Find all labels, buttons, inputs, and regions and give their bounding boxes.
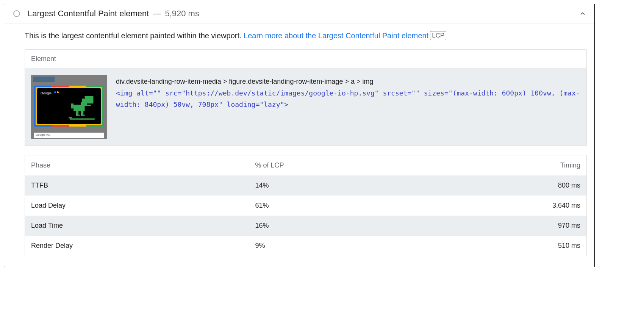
svg-rect-7 (71, 103, 74, 108)
svg-rect-3 (83, 97, 84, 99)
col-timing: Timing (419, 155, 586, 176)
audit-separator: — (153, 9, 161, 19)
table-row: Load Time 16% 970 ms (25, 216, 587, 236)
element-selector: div.devsite-landing-row-item-media > fig… (116, 76, 580, 88)
svg-rect-11 (83, 115, 84, 116)
audit-title: Largest Contentful Paint element (28, 9, 149, 19)
svg-rect-6 (73, 105, 84, 111)
svg-rect-8 (76, 111, 79, 116)
learn-more-link[interactable]: Learn more about the Largest Contentful … (244, 31, 428, 40)
svg-rect-2 (85, 96, 86, 97)
chevron-up-icon[interactable] (578, 9, 587, 18)
dino-icon (69, 94, 96, 121)
svg-rect-9 (81, 111, 84, 116)
audit-header[interactable]: Largest Contentful Paint element — 5,920… (4, 4, 594, 23)
col-pct: % of LCP (249, 155, 419, 176)
element-text-block: div.devsite-landing-row-item-media > fig… (116, 75, 580, 111)
phase-pct: 61% (249, 196, 419, 216)
phase-pct: 9% (249, 236, 419, 256)
phase-timing: 800 ms (419, 175, 586, 196)
phase-pct: 16% (249, 216, 419, 236)
col-phase: Phase (25, 155, 249, 176)
table-row: Render Delay 9% 510 ms (25, 236, 587, 256)
phase-timing: 510 ms (419, 236, 586, 256)
phase-timing: 3,640 ms (419, 196, 586, 216)
lcp-audit-panel: Largest Contentful Paint element — 5,920… (4, 4, 595, 267)
table-row: Load Delay 61% 3,640 ms (25, 196, 587, 216)
svg-rect-5 (87, 105, 91, 106)
lcp-badge: LCP (430, 31, 446, 40)
element-html-snippet: <img alt="" src="https://web.dev/static/… (116, 88, 580, 111)
phase-timing: 970 ms (419, 216, 586, 236)
phases-table: Phase % of LCP Timing TTFB 14% 800 ms Lo… (25, 155, 587, 256)
phase-name: Load Delay (25, 196, 249, 216)
thumb-caption: Google I/O (34, 133, 104, 138)
audit-description: This is the largest contentful element p… (25, 31, 587, 40)
thumb-logo-text: Google (41, 91, 52, 95)
element-card-header: Element (25, 50, 586, 68)
phase-pct: 14% (249, 175, 419, 196)
phases-header-row: Phase % of LCP Timing (25, 155, 587, 176)
element-row: Google (25, 68, 586, 146)
io-dots-icon (54, 91, 59, 93)
svg-rect-13 (69, 117, 72, 118)
svg-rect-12 (70, 118, 94, 119)
svg-rect-10 (78, 115, 80, 116)
element-thumbnail: Google (31, 75, 107, 139)
description-text: This is the largest contentful element p… (25, 31, 244, 40)
phase-name: Load Time (25, 216, 249, 236)
phase-name: Render Delay (25, 236, 249, 256)
audit-body: This is the largest contentful element p… (4, 23, 594, 267)
status-circle-icon (13, 10, 20, 17)
element-card: Element Google (25, 49, 587, 146)
phase-name: TTFB (25, 175, 249, 196)
audit-timing-value: 5,920 ms (165, 9, 199, 19)
table-row: TTFB 14% 800 ms (25, 175, 587, 196)
